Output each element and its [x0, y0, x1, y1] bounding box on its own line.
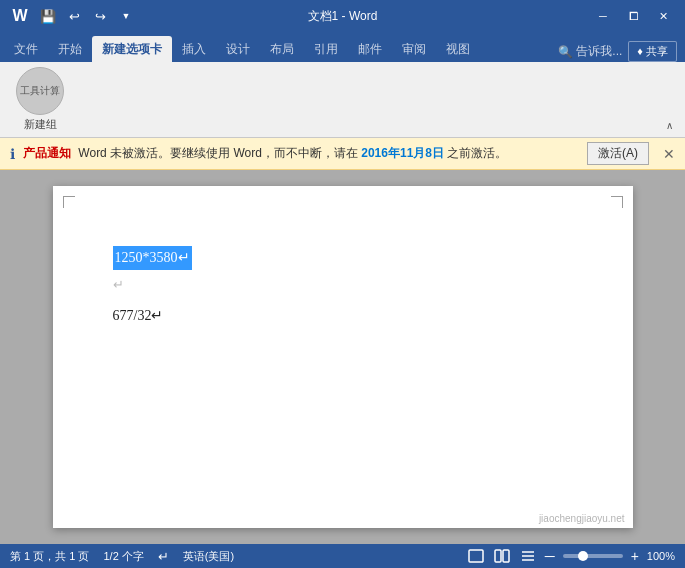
svg-rect-2 [503, 550, 509, 562]
track-icon: ↵ [158, 549, 169, 564]
notification-text: 产品通知 Word 未被激活。要继续使用 Word，而不中断，请在 2016年1… [23, 145, 579, 162]
notification-close-icon[interactable]: ✕ [663, 146, 675, 162]
notification-bar: ℹ 产品通知 Word 未被激活。要继续使用 Word，而不中断，请在 2016… [0, 138, 685, 170]
ribbon-tabs: 文件 开始 新建选项卡 插入 设计 布局 引用 邮件 审阅 视图 🔍 告诉我..… [0, 32, 685, 62]
title-bar-left: W 💾 ↩ ↪ ▼ [8, 4, 138, 28]
tab-design[interactable]: 设计 [216, 36, 260, 62]
ribbon-group-new: 工具计算 新建组 [8, 63, 72, 136]
page-corner-tr [611, 196, 623, 208]
tab-new[interactable]: 新建选项卡 [92, 36, 172, 62]
doc-text-line3: 677/32↵ [113, 308, 164, 323]
undo-icon[interactable]: ↩ [62, 4, 86, 28]
zoom-minus-icon[interactable]: ─ [545, 548, 555, 564]
ribbon-right-area: 🔍 告诉我... ♦ 共享 [558, 41, 685, 62]
doc-line3: 677/32↵ [113, 305, 573, 327]
tab-view[interactable]: 视图 [436, 36, 480, 62]
word-count: 1/2 个字 [103, 549, 143, 564]
window-controls: ─ ⧠ ✕ [589, 2, 677, 30]
tab-review[interactable]: 审阅 [392, 36, 436, 62]
title-bar: W 💾 ↩ ↪ ▼ 文档1 - Word ─ ⧠ ✕ [0, 0, 685, 32]
document-page: 1250*3580↵ ↵ 677/32↵ jiaochengjiaoyu.net [53, 186, 633, 528]
window-title: 文档1 - Word [308, 8, 378, 25]
tab-insert[interactable]: 插入 [172, 36, 216, 62]
print-view-button[interactable] [467, 547, 485, 565]
document-area: 1250*3580↵ ↵ 677/32↵ jiaochengjiaoyu.net [0, 170, 685, 544]
para-mark-2: ↵ [113, 277, 124, 292]
tab-mail[interactable]: 邮件 [348, 36, 392, 62]
close-button[interactable]: ✕ [649, 2, 677, 30]
info-icon: ℹ [10, 146, 15, 162]
word-logo-icon: W [8, 4, 32, 28]
svg-rect-0 [469, 550, 483, 562]
share-button[interactable]: ♦ 共享 [628, 41, 677, 62]
zoom-slider[interactable] [563, 554, 623, 558]
tool-calc-label: 工具计算 [20, 85, 60, 97]
page-info: 第 1 页，共 1 页 [10, 549, 89, 564]
search-placeholder: 告诉我... [576, 43, 622, 60]
status-bar-right: ─ + 100% [467, 547, 675, 565]
zoom-percentage: 100% [647, 550, 675, 562]
page-corner-tl [63, 196, 75, 208]
notification-date: 2016年11月8日 [361, 146, 444, 160]
ribbon-search-area[interactable]: 🔍 告诉我... [558, 43, 622, 60]
group-name-label: 新建组 [24, 117, 57, 132]
notification-label: 产品通知 [23, 146, 71, 160]
tab-home[interactable]: 开始 [48, 36, 92, 62]
minimize-button[interactable]: ─ [589, 2, 617, 30]
notification-message: Word 未被激活。要继续使用 Word，而不中断，请在 2016年11月8日 … [78, 146, 507, 160]
doc-line1: 1250*3580↵ [113, 246, 573, 270]
watermark: jiaochengjiaoyu.net [539, 513, 625, 524]
selected-text-block: 1250*3580↵ [113, 246, 192, 270]
search-icon: 🔍 [558, 45, 573, 59]
save-icon[interactable]: 💾 [36, 4, 60, 28]
web-view-button[interactable] [493, 547, 511, 565]
quick-access-toolbar: 💾 ↩ ↪ ▼ [36, 4, 138, 28]
restore-button[interactable]: ⧠ [619, 2, 647, 30]
activate-button[interactable]: 激活(A) [587, 142, 649, 165]
customize-icon[interactable]: ▼ [114, 4, 138, 28]
language-label: 英语(美国) [183, 549, 234, 564]
share-label: ♦ 共享 [637, 44, 668, 59]
ribbon-content: 工具计算 新建组 ∧ [0, 62, 685, 138]
status-bar: 第 1 页，共 1 页 1/2 个字 ↵ 英语(美国) ─ + 100% [0, 544, 685, 568]
document-content: 1250*3580↵ ↵ 677/32↵ [113, 246, 573, 327]
tab-references[interactable]: 引用 [304, 36, 348, 62]
zoom-thumb[interactable] [578, 551, 588, 561]
redo-icon[interactable]: ↪ [88, 4, 112, 28]
focus-view-button[interactable] [519, 547, 537, 565]
ribbon-collapse-button[interactable]: ∧ [661, 117, 677, 133]
tab-file[interactable]: 文件 [4, 36, 48, 62]
tool-calc-button[interactable]: 工具计算 [16, 67, 64, 115]
tab-layout[interactable]: 布局 [260, 36, 304, 62]
zoom-plus-icon[interactable]: + [631, 548, 639, 564]
svg-rect-1 [495, 550, 501, 562]
doc-line2: ↵ [113, 274, 573, 296]
